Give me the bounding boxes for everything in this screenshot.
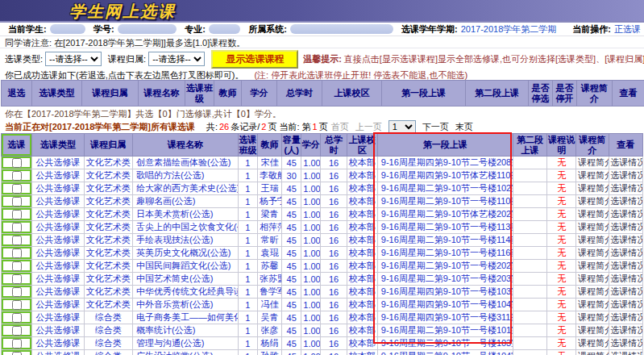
- cell-view[interactable]: 选课情况: [609, 311, 642, 324]
- cell-view[interactable]: 选课情况: [609, 299, 642, 311]
- selected-table-header-cell: 是否停开: [553, 81, 577, 106]
- select-checkbox-cell[interactable]: [2, 311, 32, 324]
- cell-cls: 1: [238, 260, 257, 273]
- cell-intro[interactable]: 课程简介: [576, 234, 609, 247]
- cell-teacher: 鲁学军: [257, 286, 281, 299]
- first-page-link[interactable]: 首页: [331, 121, 349, 133]
- page-select[interactable]: 1: [388, 120, 416, 133]
- next-page-link[interactable]: 下一页: [422, 121, 449, 133]
- select-checkbox-cell[interactable]: [2, 299, 32, 311]
- cell-view[interactable]: 选课情况: [609, 350, 642, 355]
- select-checkbox-cell[interactable]: [2, 247, 32, 260]
- course-row: 公共选修课文化艺术类中外音乐赏析(公选)1冯佳451.0016校本部9-16周星…: [2, 299, 643, 311]
- cell-view[interactable]: 选课情况: [609, 260, 642, 273]
- course-select-checkbox[interactable]: [12, 352, 22, 355]
- select-checkbox-cell[interactable]: [2, 350, 32, 355]
- course-select-checkbox[interactable]: [12, 261, 22, 271]
- cell-sched1: 9-16周星期四第9-10节二号楼208室(50人): [377, 157, 513, 169]
- cell-intro[interactable]: 课程简介: [576, 195, 609, 208]
- select-checkbox-cell[interactable]: [2, 324, 32, 337]
- select-checkbox-cell[interactable]: [2, 195, 32, 208]
- cell-view[interactable]: 选课情况: [609, 247, 642, 260]
- course-select-checkbox[interactable]: [12, 171, 22, 181]
- course-type-select[interactable]: --请选择--: [45, 52, 102, 66]
- cell-view[interactable]: 选课情况: [609, 273, 642, 286]
- cell-intro[interactable]: 课程简介: [576, 157, 609, 169]
- cell-intro[interactable]: 课程简介: [576, 221, 609, 234]
- cell-hours: 16: [321, 337, 347, 350]
- cell-intro[interactable]: 课程简介: [576, 299, 609, 311]
- cell-cls: 1: [238, 311, 257, 324]
- select-checkbox-cell[interactable]: [2, 157, 32, 169]
- select-checkbox-cell[interactable]: [2, 286, 32, 299]
- course-select-checkbox[interactable]: [12, 313, 22, 323]
- prev-page-link[interactable]: 上一页: [355, 121, 382, 133]
- course-type-label: 选课类型:: [5, 53, 43, 65]
- select-checkbox-cell[interactable]: [2, 273, 32, 286]
- cell-intro[interactable]: 课程简介: [576, 182, 609, 195]
- cell-view[interactable]: 选课情况: [609, 195, 642, 208]
- cell-intro[interactable]: 课程简介: [576, 169, 609, 182]
- course-select-checkbox[interactable]: [12, 274, 22, 284]
- course-select-checkbox[interactable]: [12, 210, 22, 219]
- course-select-checkbox[interactable]: [12, 339, 22, 349]
- cell-sched1: 9-16周星期二第9-10节体艺楼202室(120人): [377, 208, 513, 221]
- cell-name: 英美历史文化概况(公选): [133, 247, 239, 260]
- select-checkbox-cell[interactable]: [2, 182, 32, 195]
- cell-intro[interactable]: 课程简介: [576, 324, 609, 337]
- select-checkbox-cell[interactable]: [2, 234, 32, 247]
- cell-cap: 45: [282, 157, 301, 169]
- main-table-header-cell: 容量(人): [282, 134, 301, 157]
- select-checkbox-cell[interactable]: [2, 337, 32, 350]
- cell-intro[interactable]: 课程简介: [576, 286, 609, 299]
- course-select-checkbox[interactable]: [12, 223, 22, 232]
- cell-name: 歌唱的方法(公选): [133, 169, 239, 182]
- cell-cls: 1: [238, 208, 257, 221]
- course-select-checkbox[interactable]: [12, 236, 22, 245]
- course-select-checkbox[interactable]: [12, 248, 22, 258]
- selected-table-header-row: 退选选课类型课程归属课程名称选课班级教师学分总学时上课校区第一段上课第二段上课是…: [2, 81, 644, 106]
- cell-campus: 校本部: [347, 182, 377, 195]
- cell-view[interactable]: 选课情况: [609, 337, 642, 350]
- cell-view[interactable]: 选课情况: [609, 157, 642, 169]
- cell-intro[interactable]: 课程简介: [576, 247, 609, 260]
- select-checkbox-cell[interactable]: [2, 169, 32, 182]
- title-bar: 学生网上选课: [0, 0, 644, 23]
- cell-intro[interactable]: 课程简介: [576, 273, 609, 286]
- course-belong-select[interactable]: --请选择--: [148, 52, 205, 66]
- operation-value-link[interactable]: 正选课: [614, 23, 641, 36]
- selected-table-header-cell: 第一段上课: [382, 81, 466, 106]
- show-courses-button[interactable]: 显示选课课程: [211, 50, 298, 69]
- selected-table-header-cell: 第二段上课: [466, 81, 529, 106]
- last-page-link[interactable]: 末页: [455, 121, 473, 133]
- cell-sel-type: 公共选修课: [32, 273, 84, 286]
- cell-view[interactable]: 选课情况: [609, 286, 642, 299]
- cell-hours: 16: [321, 286, 347, 299]
- cell-intro[interactable]: 课程简介: [576, 337, 609, 350]
- select-checkbox-cell[interactable]: [2, 260, 32, 273]
- course-select-checkbox[interactable]: [12, 184, 22, 194]
- select-checkbox-cell[interactable]: [2, 221, 32, 234]
- semester-value-link[interactable]: 2017-2018学年第二学期: [461, 23, 557, 36]
- cell-intro[interactable]: 课程简介: [576, 260, 609, 273]
- cell-view[interactable]: 选课情况: [609, 221, 642, 234]
- course-select-checkbox[interactable]: [12, 197, 22, 207]
- cell-view[interactable]: 选课情况: [609, 234, 642, 247]
- select-checkbox-cell[interactable]: [2, 208, 32, 221]
- course-select-checkbox[interactable]: [12, 300, 22, 310]
- course-select-checkbox[interactable]: [12, 287, 22, 297]
- cell-intro[interactable]: 课程简介: [576, 311, 609, 324]
- cell-note: 无: [547, 234, 576, 247]
- cell-view[interactable]: 选课情况: [609, 324, 642, 337]
- course-select-checkbox[interactable]: [12, 158, 22, 168]
- cell-view[interactable]: 选课情况: [609, 208, 642, 221]
- main-table-header-cell: 上课校区: [347, 134, 377, 157]
- cell-sel-type: 公共选修课: [32, 299, 84, 311]
- cell-view[interactable]: 选课情况: [609, 169, 642, 182]
- record-count-value: 26: [219, 122, 229, 132]
- cell-intro[interactable]: 课程简介: [576, 350, 609, 355]
- course-select-checkbox[interactable]: [12, 326, 22, 336]
- cell-view[interactable]: 选课情况: [609, 182, 642, 195]
- current-page-value: 1: [313, 122, 318, 132]
- cell-intro[interactable]: 课程简介: [576, 208, 609, 221]
